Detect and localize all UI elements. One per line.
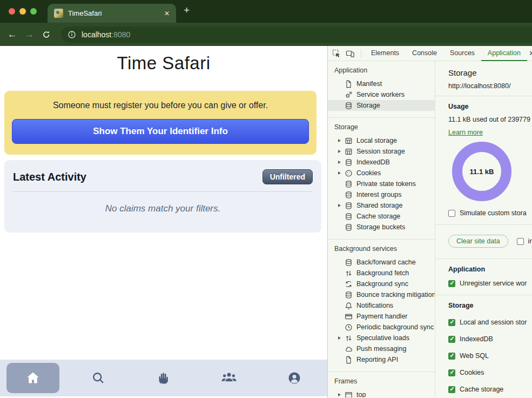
profile-icon (287, 370, 302, 386)
card-icon (345, 313, 353, 321)
maximize-window-button[interactable] (30, 8, 37, 15)
sidebar-item-push-messaging[interactable]: Push messaging (328, 343, 435, 354)
nav-projects[interactable] (131, 371, 196, 386)
cookies-checkbox-row[interactable]: Cookies (448, 369, 532, 376)
app-page: Time Safari Someone must register you be… (0, 46, 327, 398)
clear-including-checkbox-row[interactable]: in (517, 237, 532, 245)
bottom-nav (0, 360, 327, 396)
bell-icon (345, 302, 353, 310)
forward-icon[interactable]: → (25, 30, 34, 39)
table-icon (345, 148, 353, 156)
sidebar-item-background-sync[interactable]: Background sync (328, 278, 435, 289)
sidebar-item-local-storage[interactable]: Local storage (328, 135, 435, 146)
tab-application[interactable]: Application (481, 46, 527, 61)
toolbar-separator (361, 49, 361, 58)
new-tab-button[interactable]: + (184, 4, 190, 16)
up-down-arrows-icon (345, 334, 353, 342)
nav-search[interactable] (65, 370, 131, 386)
sidebar-item-notifications[interactable]: Notifications (328, 300, 435, 311)
inspect-element-icon[interactable] (332, 49, 341, 58)
checkbox-checked-icon[interactable] (448, 280, 455, 287)
unfiltered-button[interactable]: Unfiltered (262, 169, 313, 184)
sidebar-item-bounce-tracking-mitigation[interactable]: Bounce tracking mitigation (328, 289, 435, 300)
tab-close-icon[interactable]: ✕ (164, 10, 170, 17)
url-text: localhost:8080 (82, 30, 130, 39)
file-icon (345, 356, 353, 364)
simulate-storage-checkbox-row[interactable]: Simulate custom stora (448, 209, 532, 217)
sidebar-item-session-storage[interactable]: Session storage (328, 146, 435, 157)
checkbox-unchecked-icon[interactable] (517, 238, 524, 245)
sidebar-item-indexeddb[interactable]: IndexedDB (328, 157, 435, 168)
page-title: Time Safari (0, 46, 327, 74)
sidebar-item-cache-storage[interactable]: Cache storage (328, 211, 435, 222)
sidebar-item-manifest[interactable]: Manifest (328, 78, 435, 89)
sidebar-section-background-services: Background services Back/forward cache B… (328, 240, 435, 372)
expand-arrow-icon[interactable] (338, 171, 341, 175)
local-session-storage-checkbox-row[interactable]: Local and session stor (448, 319, 532, 326)
close-window-button[interactable] (9, 8, 15, 15)
panel-title: Storage (448, 68, 532, 77)
expand-arrow-icon[interactable] (338, 150, 341, 153)
site-info-icon[interactable] (68, 30, 76, 39)
minimize-window-button[interactable] (19, 8, 26, 15)
storage-heading: Storage (448, 302, 532, 309)
sidebar-item-cookies[interactable]: Cookies (328, 168, 435, 178)
sidebar-item-interest-groups[interactable]: Interest groups (328, 189, 435, 200)
application-sidebar: Application Manifest Service workers Sto… (328, 61, 435, 397)
search-icon (91, 370, 106, 386)
sidebar-item-shared-storage[interactable]: Shared storage (328, 200, 435, 211)
checkbox-unchecked-icon[interactable] (448, 210, 455, 217)
sidebar-item-payment-handler[interactable]: Payment handler (328, 311, 435, 322)
raised-hand-icon (157, 371, 171, 386)
web-sql-checkbox-row[interactable]: Web SQL (448, 352, 532, 360)
learn-more-link[interactable]: Learn more (448, 129, 483, 136)
sidebar-section-application: Application Manifest Service workers Sto… (328, 61, 435, 118)
sidebar-item-service-workers[interactable]: Service workers (328, 89, 435, 100)
database-icon (345, 213, 353, 221)
expand-arrow-icon[interactable] (338, 161, 341, 164)
activity-divider (13, 191, 313, 192)
clear-site-data-button[interactable]: Clear site data (448, 235, 508, 248)
home-icon (25, 370, 41, 386)
sidebar-item-storage-buckets[interactable]: Storage buckets (328, 222, 435, 233)
nav-profile[interactable] (262, 370, 327, 386)
checkbox-checked-icon[interactable] (448, 369, 455, 376)
reload-icon[interactable] (42, 30, 51, 39)
address-bar[interactable]: localhost:8080 (61, 26, 532, 43)
sidebar-item-periodic-background-sync[interactable]: Periodic background sync (328, 322, 435, 333)
donut-label: 11.1 kB (470, 168, 494, 176)
checkbox-checked-icon[interactable] (448, 353, 455, 360)
browser-tab[interactable]: TimeSafari ✕ (48, 4, 176, 23)
nav-contacts[interactable] (197, 370, 262, 386)
nav-home[interactable] (0, 363, 65, 393)
device-toolbar-icon[interactable] (346, 49, 355, 58)
unregister-service-workers-checkbox-row[interactable]: Unregister service wor (448, 280, 532, 287)
tab-console[interactable]: Console (406, 46, 443, 61)
database-icon (345, 223, 353, 231)
checkbox-checked-icon[interactable] (448, 319, 455, 326)
checkbox-checked-icon[interactable] (448, 386, 455, 393)
cache-storage-checkbox-row[interactable]: Cache storage (448, 386, 532, 393)
activity-empty-message: No claims match your filters. (4, 203, 321, 214)
sidebar-item-storage[interactable]: Storage (328, 100, 435, 111)
checkbox-checked-icon[interactable] (448, 336, 455, 343)
tab-sources[interactable]: Sources (443, 46, 481, 61)
expand-arrow-icon[interactable] (338, 336, 341, 340)
devtools-close-icon[interactable]: ✕ (529, 49, 532, 57)
show-identifier-button[interactable]: Show Them Your Identifier Info (12, 119, 309, 144)
sidebar-item-reporting-api[interactable]: Reporting API (328, 354, 435, 365)
sidebar-item-speculative-loads[interactable]: Speculative loads (328, 333, 435, 343)
sidebar-item-background-fetch[interactable]: Background fetch (328, 268, 435, 278)
sidebar-item-top-frame[interactable]: top (328, 389, 435, 397)
tab-elements[interactable]: Elements (365, 46, 406, 61)
expand-arrow-icon[interactable] (338, 393, 341, 396)
indexeddb-checkbox-row[interactable]: IndexedDB (448, 335, 532, 343)
table-icon (345, 137, 353, 145)
people-icon (221, 370, 237, 386)
sidebar-item-back-forward-cache[interactable]: Back/forward cache (328, 257, 435, 268)
expand-arrow-icon[interactable] (338, 139, 341, 142)
back-icon[interactable]: ← (8, 30, 17, 39)
sidebar-item-private-state-tokens[interactable]: Private state tokens (328, 178, 435, 189)
expand-arrow-icon[interactable] (338, 204, 341, 207)
window-controls (9, 8, 37, 15)
